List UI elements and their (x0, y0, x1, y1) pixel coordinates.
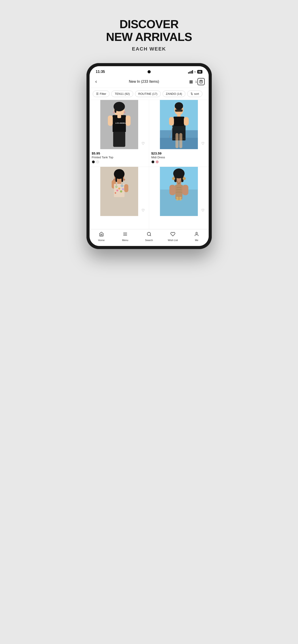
product-price-4 (151, 218, 206, 222)
status-icons: ≈ 86 (188, 70, 202, 74)
product-name-2: Midi Dress (151, 156, 206, 159)
nav-label-me: Me (195, 239, 198, 242)
wishlist-btn-3[interactable]: ♡ (139, 206, 147, 214)
promo-section: DISCOVER NEW ARRIVALS EACH WEEK (102, 9, 197, 63)
home-icon (99, 232, 104, 238)
filter-chip-routine[interactable]: ROUTINE (17) (135, 90, 161, 97)
product-info-1: $5.95 Printed Tank Top (90, 149, 149, 166)
cart-badge[interactable]: 1 (195, 78, 204, 85)
swatch-black[interactable] (92, 160, 95, 164)
filter-chip-sort[interactable]: ⇅ sort (187, 90, 202, 97)
svg-rect-24 (179, 133, 182, 148)
svg-point-56 (182, 177, 186, 180)
products-grid: LOS ANGELES ♡ $5.95 (90, 100, 209, 229)
svg-point-47 (123, 179, 125, 181)
svg-line-71 (150, 235, 151, 236)
cart-count: 1 (195, 80, 197, 84)
svg-point-63 (176, 197, 178, 198)
swatch-black-2[interactable] (151, 160, 154, 164)
cart-icon[interactable] (197, 78, 205, 85)
menu-icon (123, 232, 128, 238)
back-button[interactable]: ‹ (94, 78, 99, 86)
wishlist-btn-2[interactable]: ♡ (199, 140, 206, 147)
svg-rect-61 (182, 185, 188, 196)
filter-chip-zando[interactable]: ZANDO (14) (163, 90, 185, 97)
signal-bars-icon (188, 70, 193, 74)
product-info-2: $23.59 Midi Dress (149, 149, 209, 166)
svg-rect-48 (124, 184, 128, 192)
nav-item-home[interactable]: Home (90, 232, 113, 242)
sort-icon: ⇅ (190, 92, 193, 96)
product-image-3: ♡ (90, 167, 149, 216)
product-card-2[interactable]: TEN11 ♡ $23.59 Midi Dress (149, 100, 209, 167)
svg-rect-21 (173, 117, 184, 126)
product-name-3 (92, 222, 147, 226)
product-card-1[interactable]: LOS ANGELES ♡ $5.95 (90, 100, 149, 167)
promo-subtitle: EACH WEEK (106, 46, 192, 52)
svg-rect-4 (114, 105, 116, 113)
wishlist-btn-4[interactable]: ♡ (199, 206, 206, 214)
camera-notch (148, 70, 151, 73)
svg-point-46 (113, 179, 115, 181)
product-image-4: ♡ (149, 167, 209, 216)
wifi-icon: ≈ (194, 70, 196, 74)
nav-item-search[interactable]: Search (137, 232, 161, 242)
svg-point-19 (175, 102, 183, 110)
filter-label: Filter (100, 92, 106, 96)
filter-chip-ten11[interactable]: TEN11 (92) (111, 90, 133, 97)
product-card-3[interactable]: ♡ (90, 167, 149, 229)
nav-label-home: Home (98, 239, 105, 242)
color-swatches-2 (151, 160, 206, 164)
product-name-1: Printed Tank Top (92, 156, 147, 159)
product-image-1: LOS ANGELES ♡ (90, 100, 149, 149)
page-title: New In (233 Items) (129, 80, 159, 84)
phone-frame: 11:35 ≈ 86 ‹ New In (233 Items) ▦ 1 (86, 63, 212, 249)
svg-rect-53 (174, 172, 176, 182)
filter-icon: ☰ (96, 92, 99, 96)
svg-rect-9 (113, 132, 125, 147)
status-bar: 11:35 ≈ 86 (90, 66, 209, 76)
nav-label-menu: Menu (122, 239, 128, 242)
product-price-2: $23.59 (151, 152, 206, 155)
svg-point-66 (180, 199, 181, 200)
svg-rect-26 (169, 117, 174, 126)
svg-point-41 (120, 190, 122, 192)
svg-rect-27 (184, 117, 189, 126)
product-info-4 (149, 216, 209, 229)
search-icon (147, 232, 152, 238)
wishlist-btn-1[interactable]: ♡ (139, 140, 147, 147)
svg-point-12 (123, 111, 125, 113)
svg-point-42 (115, 192, 116, 194)
svg-point-72 (196, 232, 197, 234)
svg-rect-45 (121, 183, 122, 187)
user-icon (194, 232, 199, 238)
status-time: 11:35 (96, 70, 105, 74)
product-image-2: TEN11 ♡ (149, 100, 209, 149)
svg-point-64 (180, 197, 181, 198)
swatch-white[interactable] (96, 160, 99, 164)
nav-label-search: Search (145, 239, 153, 242)
svg-rect-7 (108, 116, 113, 126)
swatch-pink[interactable] (156, 160, 159, 164)
svg-point-38 (118, 188, 120, 190)
svg-rect-33 (116, 177, 122, 178)
header-actions: ▦ 1 (189, 78, 204, 85)
promo-title-line1: DISCOVER NEW ARRIVALS (106, 18, 192, 44)
product-card-4[interactable]: ♡ (149, 167, 209, 229)
grid-view-icon[interactable]: ▦ (189, 79, 193, 84)
color-swatches-1 (92, 160, 147, 164)
nav-item-me[interactable]: Me (185, 232, 208, 242)
filter-bar: ☰ Filter TEN11 (92) ROUTINE (17) ZANDO (… (90, 88, 209, 100)
nav-label-wishlist: Wish List (168, 239, 178, 242)
svg-point-65 (176, 199, 178, 200)
phone-screen: 11:35 ≈ 86 ‹ New In (233 Items) ▦ 1 (90, 66, 209, 246)
bottom-nav: Home Menu S (90, 229, 209, 246)
filter-chip-filter[interactable]: ☰ Filter (93, 90, 110, 97)
svg-point-40 (116, 190, 118, 192)
svg-point-70 (147, 232, 150, 236)
nav-item-menu[interactable]: Menu (113, 232, 137, 242)
svg-rect-23 (175, 133, 178, 148)
svg-point-55 (172, 177, 175, 180)
nav-item-wishlist[interactable]: Wish List (161, 232, 185, 242)
svg-rect-8 (126, 116, 131, 126)
